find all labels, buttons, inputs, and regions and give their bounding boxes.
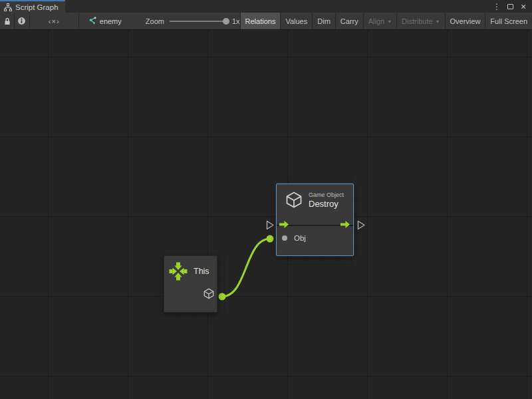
zoom-slider-handle[interactable]	[223, 18, 229, 25]
node-destroy[interactable]: Game Object Destroy Obj	[276, 184, 354, 256]
node-this[interactable]: This	[164, 255, 217, 313]
node-destroy-title: Destroy	[309, 199, 344, 209]
align-dropdown[interactable]: Align ▼	[364, 13, 396, 29]
graph-toolbar: ‹×› enemy Zoom 1x Relations Values Di	[0, 13, 532, 30]
graph-canvas[interactable]: This Game Object Destroy	[0, 30, 532, 399]
node-destroy-subtitle: Game Object	[309, 192, 344, 198]
wire-layer	[0, 30, 532, 399]
zoom-control: Zoom 1x	[146, 13, 240, 29]
this-converge-icon	[168, 261, 188, 281]
tab-title: Script Graph	[15, 3, 59, 11]
flow-out-arrow-icon[interactable]	[340, 220, 350, 229]
dim-button[interactable]: Dim	[313, 13, 335, 29]
graph-asset-icon	[88, 17, 96, 25]
flow-in-arrow-icon[interactable]	[279, 220, 289, 229]
node-destroy-header: Game Object Destroy	[285, 190, 344, 209]
zoom-label: Zoom	[146, 17, 164, 25]
connection-wire[interactable]	[222, 239, 270, 297]
port-dot-icon	[282, 235, 287, 241]
code-preview-toggle[interactable]: ‹×›	[30, 13, 78, 29]
full-screen-button[interactable]: Full Screen	[485, 13, 532, 29]
script-graph-window: Script Graph ⋮ × ‹×›	[0, 0, 532, 399]
obj-input-port[interactable]: Obj	[282, 234, 306, 242]
relations-button[interactable]: Relations	[241, 13, 281, 29]
wire-end-dot	[267, 235, 274, 243]
flow-input-triangle-icon[interactable]	[266, 220, 275, 230]
cube-icon	[203, 287, 215, 300]
graph-reference[interactable]: enemy	[88, 13, 122, 29]
close-icon[interactable]: ×	[518, 1, 529, 12]
values-button[interactable]: Values	[281, 13, 312, 29]
node-this-title: This	[194, 267, 209, 276]
zoom-slider[interactable]	[170, 21, 227, 22]
chevron-down-icon: ▼	[436, 19, 440, 24]
hierarchy-icon	[4, 3, 12, 11]
menu-icon[interactable]: ⋮	[491, 1, 502, 12]
overview-button[interactable]: Overview	[446, 13, 485, 29]
info-icon	[17, 17, 26, 25]
graph-name: enemy	[100, 17, 122, 25]
this-gameobject-output-port[interactable]	[203, 287, 215, 303]
tab-script-graph[interactable]: Script Graph	[0, 0, 65, 13]
maximize-icon[interactable]	[505, 1, 515, 12]
toolbar-toggle-group: Relations Values Dim Carry Align ▼ Distr…	[240, 13, 532, 29]
flow-output-triangle-icon[interactable]	[357, 220, 366, 230]
distribute-dropdown[interactable]: Distribute ▼	[397, 13, 444, 29]
obj-port-label: Obj	[294, 234, 306, 242]
lock-button[interactable]	[0, 13, 14, 29]
chevron-down-icon: ▼	[387, 19, 392, 24]
title-bar: Script Graph ⋮ ×	[0, 0, 532, 13]
window-controls: ⋮ ×	[491, 0, 532, 13]
node-this-header: This	[168, 261, 209, 281]
wire-start-dot	[219, 293, 226, 301]
lock-icon	[3, 17, 11, 25]
zoom-value: 1x	[232, 17, 240, 25]
cube-icon	[285, 190, 303, 209]
info-button[interactable]	[15, 13, 29, 29]
carry-button[interactable]: Carry	[336, 13, 363, 29]
